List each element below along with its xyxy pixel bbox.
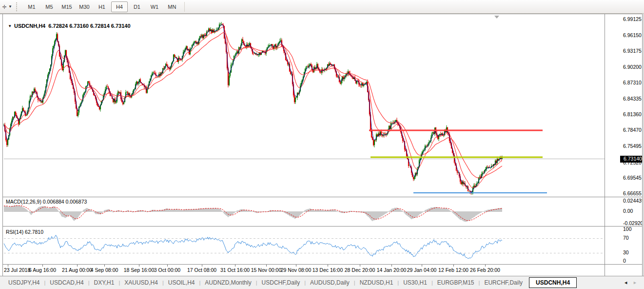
date-axis-label: 13 Dec 16:00: [312, 267, 343, 273]
tab-usdcad-h4[interactable]: USDCAD,H4: [45, 278, 88, 288]
date-axis-label: 26 Feb 20:00: [470, 267, 500, 273]
date-axis-label: 29 Jan 04:00: [407, 267, 437, 273]
date-axis-label: 21 Aug 00:00: [62, 267, 92, 273]
tab-usoil-h4[interactable]: USOIL,H4: [164, 278, 199, 288]
scroll-to-end-marker[interactable]: [494, 16, 499, 19]
symbol-tabbar: USDJPY,H4|USDCAD,H4|DXY,H1|XAUUSD,H4|USO…: [0, 276, 644, 289]
price-axis-label: 6.66655: [623, 190, 642, 196]
ohlc-quotes: 6.72824 6.73160 6.72814 6.73140: [48, 23, 130, 29]
timeframe-button-m5[interactable]: M5: [41, 1, 58, 12]
toolbar-separator: [184, 2, 185, 12]
rsi-line: [4, 235, 502, 259]
rsi-axis-label: 0: [623, 258, 626, 264]
trading-terminal-window: { "toolbar": { "cursor_tool_icon": "✛", …: [0, 0, 644, 289]
timeframe-toolbar: ✛ ▼ M1M5M15M30H1H4D1W1MN: [0, 0, 644, 14]
timeframe-button-h1[interactable]: H1: [94, 1, 110, 12]
tab-audnzd-monthly[interactable]: AUDNZD,Monthly: [200, 278, 255, 288]
tab-dxy-h1[interactable]: DXY,H1: [90, 278, 119, 288]
tab-us30-h1[interactable]: US30,H1: [399, 278, 431, 288]
tab-eurgbp-m15[interactable]: EURGBP,M15: [433, 278, 479, 288]
timeframe-buttons-group: M1M5M15M30H1H4D1W1MN: [23, 1, 181, 12]
date-axis-label: 23 Jul 2018: [4, 267, 30, 273]
symbol-name: USDCNH,H4: [14, 23, 45, 29]
price-axis-label: 6.81360: [623, 111, 642, 117]
macd-indicator-label: MACD(12,26,9) 0.006884 0.006873: [6, 199, 87, 205]
price-axis-label: 6.87310: [623, 80, 642, 85]
date-axis-label: 6 Aug 16:00: [29, 267, 56, 273]
date-axis-label: 31 Oct 16:00: [220, 267, 250, 273]
date-axis-label: 29 Nov 08:00: [281, 267, 312, 273]
toolbar-grip[interactable]: [16, 2, 19, 11]
timeframe-button-m15[interactable]: M15: [59, 1, 75, 12]
date-axis-label: 12 Feb 12:00: [438, 267, 468, 273]
price-axis-label: 6.90200: [623, 64, 642, 70]
price-axis-label: 6.93175: [623, 48, 642, 54]
window-right-border: [642, 14, 644, 276]
date-axis-label: 28 Dec 20:00: [345, 267, 375, 273]
ma-red-slow-line: [4, 33, 502, 178]
price-axis-label: 6.78470: [623, 127, 642, 133]
date-axis-label: 4 Sep 08:00: [91, 267, 118, 273]
toolbar-dropdown-icon[interactable]: ▼: [8, 4, 12, 9]
tab-usdjpy-h4[interactable]: USDJPY,H4: [4, 278, 44, 288]
macd-axis-label: -0.029207: [623, 220, 644, 226]
date-axis-label: 15 Nov 00:00: [251, 267, 282, 273]
timeframe-button-m30[interactable]: M30: [76, 1, 93, 12]
rsi-axis-label: 30: [623, 249, 629, 255]
crosshair-tool-icon[interactable]: ✛: [1, 3, 8, 11]
tab-scroll-right-icon[interactable]: ►: [633, 280, 637, 285]
current-price-badge-text: 6.73140: [624, 156, 642, 162]
macd-axis-label: 0.00: [623, 208, 633, 214]
tab-eurchf-daily[interactable]: EURCHF,Daily: [480, 278, 527, 288]
macd-axis-label: 0.024439: [623, 198, 644, 204]
rsi-axis-label: 100: [623, 226, 632, 232]
price-axis-label: 6.69545: [623, 175, 642, 181]
date-axis-label: 3 Oct 00:00: [154, 267, 180, 273]
timeframe-button-h4[interactable]: H4: [111, 1, 128, 12]
tab-audusd-daily[interactable]: AUDUSD,Daily: [306, 278, 354, 288]
macd-histogram: [4, 205, 502, 222]
date-axis-label: 17 Oct 08:00: [187, 267, 216, 273]
tab-usdchf-daily[interactable]: USDCHF,Daily: [257, 278, 305, 288]
tab-usdcnh-h4[interactable]: USDCNH,H4: [529, 277, 577, 288]
price-axis-label: 6.96150: [623, 32, 642, 38]
rsi-indicator-label: RSI(14) 62.7810: [6, 229, 43, 235]
timeframe-button-m1[interactable]: M1: [23, 1, 40, 12]
date-axis-label: 18 Sep 16:00: [124, 267, 155, 273]
tab-nzdusd-h1[interactable]: NZDUSD,H1: [355, 278, 398, 288]
chart-symbol-title: ▼USDCNH,H4 6.72824 6.73160 6.72814 6.731…: [5, 17, 131, 29]
price-axis-label: 6.75495: [623, 143, 642, 149]
tab-xauusd-h4[interactable]: XAUUSD,H4: [120, 278, 162, 288]
date-axis-label: 14 Jan 20:00: [377, 267, 407, 273]
timeframe-button-w1[interactable]: W1: [146, 1, 163, 12]
timeframe-button-mn[interactable]: MN: [164, 1, 180, 12]
price-axis-label: 6.84335: [623, 96, 642, 102]
price-chart-canvas[interactable]: 6.991256.961506.931756.902006.873106.843…: [0, 0, 644, 276]
rsi-axis-label: 70: [623, 235, 629, 241]
price-axis-label: 6.99125: [623, 16, 642, 22]
tab-scroll-arrows: ◄ ►: [624, 280, 637, 285]
tab-scroll-left-icon[interactable]: ◄: [624, 280, 628, 285]
indicator-collapse-icon[interactable]: ▼: [8, 24, 12, 28]
timeframe-button-d1[interactable]: D1: [129, 1, 145, 12]
symbol-tabs-group: USDJPY,H4|USDCAD,H4|DXY,H1|XAUUSD,H4|USO…: [4, 277, 579, 288]
